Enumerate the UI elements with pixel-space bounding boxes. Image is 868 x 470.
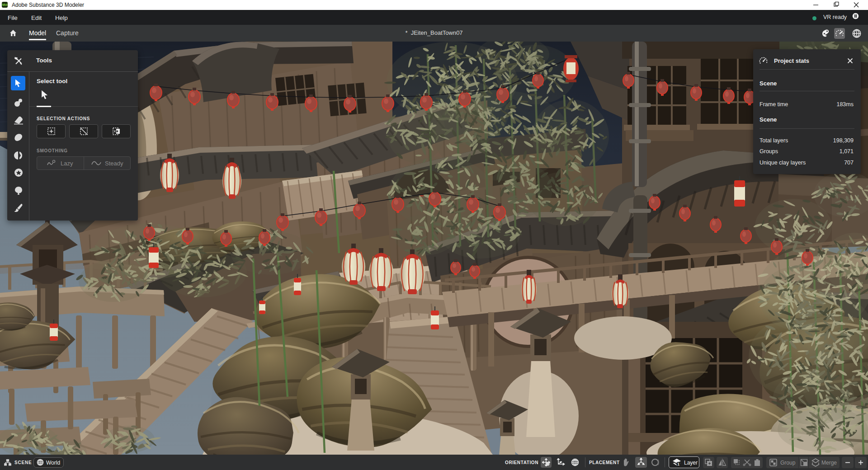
svg-text:1: 1 xyxy=(677,462,679,466)
